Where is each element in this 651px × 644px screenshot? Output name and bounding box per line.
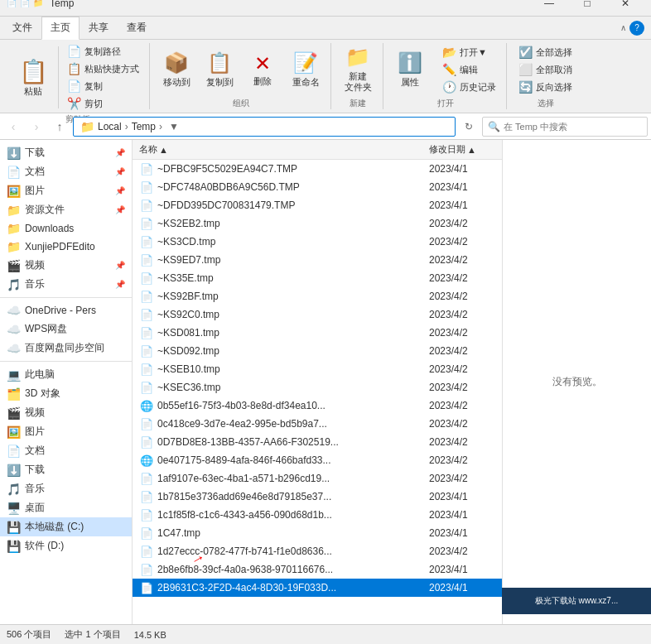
sidebar-item-pc-videos[interactable]: 🎬 视频 [0, 403, 132, 422]
invert-select-button[interactable]: 🔄 反向选择 [514, 79, 577, 95]
up-button[interactable]: ↑ [50, 117, 70, 137]
maximize-button[interactable]: □ [568, 0, 606, 17]
minimize-button[interactable]: — [530, 0, 568, 17]
wps-icon: ☁️ [7, 323, 20, 336]
edit-button[interactable]: ✏️ 编辑 [437, 61, 501, 78]
address-path[interactable]: 📁 Local › Temp › ▼ [73, 117, 456, 137]
ribbon-collapse[interactable]: ∧ [620, 23, 626, 32]
file-row[interactable]: 📄 1af9107e-63ec-4ba1-a571-b296cd19... 20… [133, 469, 502, 488]
file-row[interactable]: 📄 ~KS3CD.tmp 2023/4/2 [133, 233, 502, 251]
open-label: 打开▼ [460, 46, 487, 59]
rename-button[interactable]: 📝 重命名 [286, 46, 326, 94]
sidebar-item-downloads[interactable]: ⬇️ 下载 📌 [0, 143, 132, 162]
tab-file[interactable]: 文件 [3, 17, 41, 39]
refresh-button[interactable]: ↻ [459, 117, 479, 137]
file-row[interactable]: 📄 1d27eccc-0782-477f-b741-f1e0d8636... 2… [133, 542, 502, 560]
rename-icon: 📝 [293, 51, 318, 75]
sidebar-item-music[interactable]: 🎵 音乐 📌 [0, 275, 132, 294]
file-type-icon: 📄 [139, 272, 154, 285]
sidebar-item-pc-desktop[interactable]: 🖥️ 桌面 [0, 498, 132, 517]
sidebar-item-software-d[interactable]: 💾 软件 (D:) [0, 536, 132, 555]
close-button[interactable]: ✕ [606, 0, 644, 17]
file-row[interactable]: 📄 1b7815e3736add69e46e8d79185e37... 2023… [133, 488, 502, 506]
sidebar-item-baidu[interactable]: ☁️ 百度网盘同步空间 [0, 339, 132, 358]
file-row[interactable]: 📄 ~KSD092.tmp 2023/4/2 [133, 342, 502, 360]
sidebar-item-documents[interactable]: 📄 文档 📌 [0, 162, 132, 181]
sidebar-item-downloads2[interactable]: 📁 Downloads [0, 219, 132, 238]
sidebar-item-pc-documents[interactable]: 📄 文档 [0, 441, 132, 460]
sidebar-item-pc-pictures[interactable]: 🖼️ 图片 [0, 422, 132, 441]
sidebar-item-onedrive[interactable]: ☁️ OneDrive - Pers [0, 301, 132, 320]
paste-button[interactable]: 📋 粘贴 [12, 43, 55, 112]
file-type-icon: 📄 [139, 163, 154, 175]
move-to-label: 移动到 [163, 77, 190, 88]
search-input[interactable] [504, 122, 642, 132]
file-type-icon: 📄 [139, 309, 154, 321]
file-name: ~KS92BF.tmp [157, 291, 426, 302]
col-date-header[interactable]: 修改日期 ▲ [429, 143, 495, 156]
copy-path-button[interactable]: 📄 复制路径 [62, 43, 144, 60]
open-label: 打开 [390, 96, 501, 109]
file-row[interactable]: 📄 ~DFC748A0BDB6A9C56D.TMP 2023/4/1 [133, 178, 502, 196]
file-row[interactable]: 📄 1c1f85f8-c1c6-4343-a456-090d68d1b... 2… [133, 506, 502, 524]
copy-to-label: 复制到 [206, 77, 234, 88]
sidebar-local-c-label: 本地磁盘 (C:) [25, 520, 125, 534]
tab-view[interactable]: 查看 [118, 17, 156, 39]
help-button[interactable]: ? [629, 21, 644, 36]
sidebar-item-local-c[interactable]: 💾 本地磁盘 (C:) [0, 517, 132, 536]
select-none-button[interactable]: ⬜ 全部取消 [514, 61, 577, 78]
rename-label: 重命名 [292, 77, 320, 88]
paste-shortcut-button[interactable]: 📋 粘贴快捷方式 [62, 60, 144, 77]
history-button[interactable]: 🕐 历史记录 [437, 79, 501, 95]
sidebar-item-xunjie[interactable]: 📁 XunjiePDFEdito [0, 238, 132, 256]
file-date: 2023/4/2 [429, 400, 495, 411]
file-row[interactable]: 📄 ~KS9ED7.tmp 2023/4/2 [133, 251, 502, 269]
properties-button[interactable]: ℹ️ 属性 [390, 46, 430, 94]
sidebar-item-pc-music[interactable]: 🎵 音乐 [0, 479, 132, 498]
path-local[interactable]: Local [98, 121, 122, 132]
sidebar-item-pictures[interactable]: 🖼️ 图片 📌 [0, 181, 132, 200]
file-row[interactable]: 📄 2B9631C3-2F2D-4ac4-8D30-19F033D... 202… [133, 579, 502, 597]
cut-button[interactable]: ✂️ 剪切 [62, 95, 144, 112]
open-button[interactable]: 📂 打开▼ [437, 44, 501, 60]
path-dropdown[interactable]: ▼ [169, 121, 179, 132]
sidebar-item-thispc[interactable]: 💻 此电脑 [0, 365, 132, 384]
new-folder-button[interactable]: 📁 新建文件夹 [338, 46, 378, 94]
move-to-button[interactable]: 📦 移动到 [157, 46, 196, 94]
file-row[interactable]: 📄 ~KSEC36.tmp 2023/4/2 [133, 378, 502, 396]
select-all-button[interactable]: ☑️ 全部选择 [514, 44, 577, 60]
col-name-header[interactable]: 名称 ▲ [139, 143, 429, 156]
sidebar-item-videos[interactable]: 🎬 视频 📌 [0, 256, 132, 275]
file-row[interactable]: 🌐 0e407175-8489-4afa-846f-466bafd33... 2… [133, 451, 502, 469]
sidebar-item-3d[interactable]: 🗂️ 3D 对象 [0, 384, 132, 403]
file-row[interactable]: 📄 ~KSEB10.tmp 2023/4/2 [133, 360, 502, 378]
file-row[interactable]: 📄 ~DFDD395DC700831479.TMP 2023/4/1 [133, 196, 502, 214]
copy-to-button[interactable]: 📋 复制到 [200, 46, 239, 94]
file-row[interactable]: 📄 ~KS92BF.tmp 2023/4/2 [133, 287, 502, 305]
sidebar-item-wps[interactable]: ☁️ WPS网盘 [0, 320, 132, 339]
sidebar-item-resources[interactable]: 📁 资源文件 📌 [0, 200, 132, 219]
file-row[interactable]: 📄 1C47.tmp 2023/4/1 [133, 524, 502, 542]
file-row[interactable]: 📄 0c418ce9-3d7e-4ea2-995e-bd5b9a7... 202… [133, 415, 502, 433]
forward-button[interactable]: › [27, 117, 46, 137]
file-row[interactable]: 📄 ~KS2EB2.tmp 2023/4/2 [133, 214, 502, 233]
address-bar: ‹ › ↑ 📁 Local › Temp › ▼ ↻ 🔍 [0, 113, 651, 140]
file-row[interactable]: 📄 0D7BD8E8-13BB-4357-AA66-F302519... 202… [133, 433, 502, 451]
cut-icon: ✂️ [67, 97, 81, 110]
file-row[interactable]: 📄 ~KSD081.tmp 2023/4/2 [133, 324, 502, 342]
file-row[interactable]: 📄 ~KS92C0.tmp 2023/4/2 [133, 305, 502, 324]
tab-share[interactable]: 共享 [80, 17, 118, 39]
path-temp[interactable]: Temp [132, 121, 156, 132]
file-row[interactable]: 📄 2b8e6fb8-39cf-4a0a-9638-970116676... 2… [133, 560, 502, 579]
search-bar[interactable]: 🔍 [482, 117, 648, 137]
copy-button[interactable]: 📄 复制 [62, 78, 144, 94]
file-row[interactable]: 📄 ~KS35E.tmp 2023/4/2 [133, 269, 502, 287]
sidebar-item-pc-downloads[interactable]: ⬇️ 下载 [0, 460, 132, 479]
delete-button[interactable]: ✕ 删除 [243, 46, 282, 94]
file-list: 📄 ~DFBC9F5C5029EA94C7.TMP 2023/4/1 📄 ~DF… [133, 160, 502, 624]
tab-home[interactable]: 主页 [41, 17, 80, 40]
back-button[interactable]: ‹ [3, 117, 23, 137]
music-icon: 🎵 [7, 278, 20, 291]
file-row[interactable]: 🌐 0b55ef16-75f3-4b03-8e8d-df34ea10... 20… [133, 396, 502, 415]
file-row[interactable]: 📄 ~DFBC9F5C5029EA94C7.TMP 2023/4/1 [133, 160, 502, 178]
